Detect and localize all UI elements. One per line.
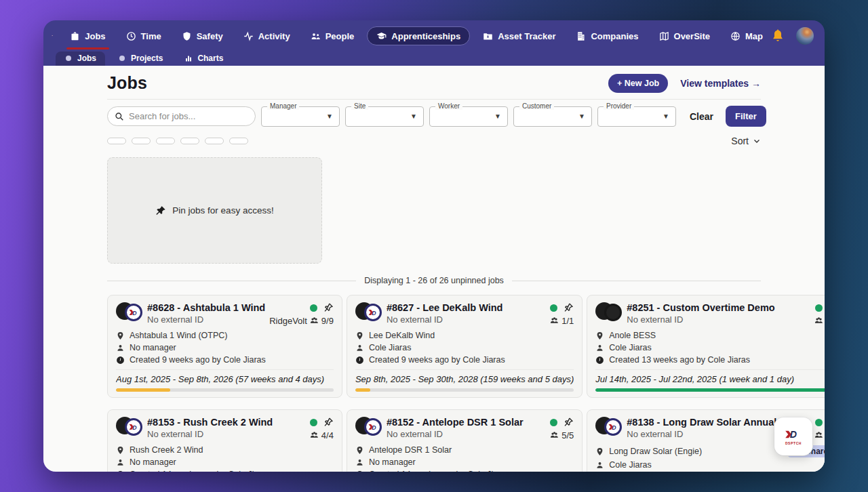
crew-count: 9/9 bbox=[321, 316, 334, 326]
nav-tab[interactable]: Apprenticeships bbox=[367, 26, 470, 45]
dispatch-widget-button[interactable]: D DSPTCH bbox=[774, 417, 812, 455]
chevron-down-icon: ▼ bbox=[494, 112, 501, 120]
crew-icon bbox=[549, 316, 559, 326]
job-title: #8251 - Custom Overtime Demo bbox=[627, 302, 810, 313]
filter-dropdown[interactable]: Worker ▼ bbox=[429, 106, 508, 127]
location-icon bbox=[116, 331, 125, 340]
status-pill[interactable] bbox=[132, 138, 151, 144]
search-icon bbox=[115, 112, 124, 121]
nav-tab-icon bbox=[182, 31, 192, 41]
view-templates-link[interactable]: View templates → bbox=[680, 78, 761, 89]
job-manager: No manager bbox=[369, 457, 574, 467]
subnav-item-icon bbox=[184, 54, 193, 62]
manager-icon bbox=[116, 458, 125, 467]
nav-tabs: Jobs Time Safety Activity People Apprent… bbox=[62, 20, 770, 52]
filter-dropdown[interactable]: Manager ▼ bbox=[261, 106, 340, 127]
job-manager: Cole Jiaras bbox=[369, 343, 574, 352]
pin-job-icon[interactable] bbox=[323, 417, 334, 428]
crew-icon bbox=[309, 316, 319, 326]
location-icon bbox=[595, 447, 604, 456]
job-date-range: Sep 8th, 2025 - Sep 30th, 2028 (159 week… bbox=[355, 374, 574, 384]
pin-jobs-message: Pin jobs for easy access! bbox=[172, 205, 273, 216]
filter-dropdown[interactable]: Site ▼ bbox=[345, 106, 424, 127]
location-icon bbox=[116, 446, 125, 455]
dispatch-avatar-icon: D bbox=[604, 418, 622, 436]
progress-track bbox=[595, 388, 825, 392]
nav-tab[interactable]: OverSite bbox=[652, 20, 717, 52]
nav-tab[interactable]: Map bbox=[723, 20, 770, 52]
user-avatar[interactable] bbox=[796, 27, 814, 45]
job-created: Created 14 weeks ago by Cole Jiaras bbox=[369, 470, 574, 472]
nav-tab[interactable]: Activity bbox=[236, 20, 298, 52]
nav-tab[interactable]: Time bbox=[119, 20, 169, 52]
job-created-row: Created 14 weeks ago by Cole Jiaras bbox=[116, 470, 334, 472]
filter-button[interactable]: Filter bbox=[726, 106, 766, 127]
job-cards-grid: D #8628 - Ashtabula 1 Wind No external I… bbox=[107, 295, 761, 472]
nav-tab[interactable]: Safety bbox=[174, 20, 231, 52]
subnav-item[interactable]: Projects bbox=[109, 52, 172, 66]
status-dot bbox=[310, 419, 317, 426]
job-date-range: Aug 1st, 2025 - Sep 8th, 2026 (57 weeks … bbox=[116, 374, 334, 384]
job-card[interactable]: D #8628 - Ashtabula 1 Wind No external I… bbox=[107, 295, 342, 398]
new-job-button[interactable]: + New Job bbox=[608, 74, 668, 93]
job-card[interactable]: D #8153 - Rush Creek 2 Wind No external … bbox=[107, 409, 342, 472]
status-pill[interactable] bbox=[205, 138, 224, 144]
page-title: Jobs bbox=[107, 73, 147, 93]
nav-tab-icon bbox=[126, 31, 136, 41]
clock-icon bbox=[355, 470, 364, 472]
nav-tab-label: Time bbox=[141, 31, 161, 41]
job-site: Long Draw Solar (Engie) bbox=[609, 447, 783, 456]
status-pill[interactable] bbox=[156, 138, 175, 144]
status-pill[interactable] bbox=[229, 138, 248, 144]
status-dot bbox=[550, 419, 557, 426]
filter-dropdown[interactable]: Provider ▼ bbox=[597, 106, 676, 127]
filter-dropdown[interactable]: Customer ▼ bbox=[513, 106, 592, 127]
status-pill[interactable] bbox=[107, 138, 126, 144]
nav-tab[interactable]: Jobs bbox=[62, 20, 113, 52]
manager-icon bbox=[355, 344, 364, 352]
nav-tab-label: Map bbox=[745, 31, 763, 41]
dispatch-logo-icon[interactable]: D bbox=[52, 26, 53, 46]
nav-tab[interactable]: Companies bbox=[568, 20, 646, 52]
search-box bbox=[107, 106, 256, 126]
nav-tab-icon bbox=[70, 31, 80, 41]
manager-icon bbox=[355, 458, 364, 467]
pin-job-icon[interactable] bbox=[563, 417, 574, 428]
nav-tab[interactable]: People bbox=[303, 20, 362, 52]
job-manager-row: Cole Jiaras bbox=[595, 460, 825, 470]
notifications-bell-icon[interactable] bbox=[770, 28, 785, 43]
clock-icon bbox=[116, 470, 125, 472]
chevron-down-icon bbox=[753, 137, 761, 145]
job-dates-section: Jul 14th, 2025 - Jul 22nd, 2025 (1 week … bbox=[595, 369, 825, 392]
job-dates-section: Aug 1st, 2025 - Sep 8th, 2026 (57 weeks … bbox=[116, 369, 334, 392]
subnav-item[interactable]: Charts bbox=[176, 52, 232, 66]
job-created-row: Created 13 weeks ago by Cole Jiaras bbox=[595, 355, 825, 365]
job-card[interactable]: #8251 - Custom Overtime Demo No external… bbox=[587, 295, 825, 398]
pin-job-icon[interactable] bbox=[563, 302, 574, 313]
job-site-row: Rush Creek 2 Wind bbox=[116, 445, 334, 455]
subnav-item[interactable]: Jobs bbox=[56, 52, 105, 66]
manager-icon bbox=[595, 461, 604, 470]
job-card-header: D #8153 - Rush Creek 2 Wind No external … bbox=[116, 417, 334, 440]
job-external-id: No external ID bbox=[147, 314, 265, 325]
status-pill[interactable] bbox=[180, 138, 199, 144]
nav-tab-label: Asset Tracker bbox=[498, 31, 555, 41]
sort-control[interactable]: Sort bbox=[731, 136, 761, 146]
dropdown-label: Worker bbox=[435, 102, 462, 110]
filter-row: Manager ▼ Site ▼ Worker ▼ Customer ▼ Pro… bbox=[107, 106, 761, 127]
job-avatar bbox=[595, 302, 623, 321]
crew-icon bbox=[814, 316, 824, 326]
job-avatar: D bbox=[355, 417, 382, 436]
search-input[interactable] bbox=[129, 111, 248, 121]
dropdown-label: Customer bbox=[519, 102, 554, 110]
job-card[interactable]: D #8152 - Antelope DSR 1 Solar No extern… bbox=[347, 409, 583, 472]
top-navigation: D Jobs Time Safety Activity Pe bbox=[43, 20, 825, 52]
job-external-id: No external ID bbox=[387, 429, 545, 439]
job-manager: Cole Jiaras bbox=[609, 343, 825, 352]
job-created: Created 13 weeks ago by Cole Jiaras bbox=[609, 355, 825, 365]
job-card[interactable]: D #8627 - Lee DeKalb Wind No external ID bbox=[347, 295, 583, 398]
clear-button[interactable]: Clear bbox=[690, 111, 713, 122]
nav-tab[interactable]: Asset Tracker bbox=[475, 20, 563, 52]
pin-job-icon[interactable] bbox=[323, 302, 334, 313]
job-manager-row: No manager bbox=[116, 343, 334, 352]
